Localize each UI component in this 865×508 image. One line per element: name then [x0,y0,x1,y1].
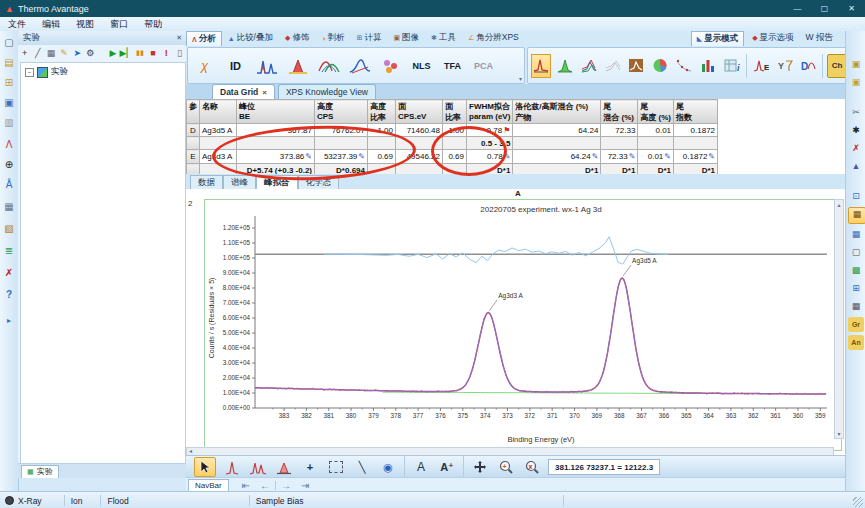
run-icon[interactable]: ▶ [106,48,119,58]
add-peak-tool[interactable] [222,458,242,476]
tab-xps-knowledge-view[interactable]: XPS Knowledge View [278,84,376,99]
minimize-button[interactable]: — [784,0,811,17]
pca-tool[interactable]: PCA [470,52,497,80]
add-window-icon[interactable]: ⊞ [848,281,864,296]
pin-icon[interactable]: ⚑ [503,126,510,135]
nav-next-icon[interactable]: → [276,480,296,491]
navbar-tab[interactable]: NavBar [188,479,229,492]
tab-close-icon[interactable]: × [262,88,267,97]
lock-view-icon[interactable]: ▣ [848,75,864,90]
tfa-tool[interactable]: TFA [439,52,466,80]
display-peak-energy-icon[interactable]: E [751,54,771,78]
menu-window[interactable]: 窗口 [102,18,136,31]
display-filled-spectrum-icon[interactable] [555,54,575,78]
add-doublet-tool[interactable] [248,458,268,476]
tab-analysis[interactable]: Λ 分析 [186,31,222,46]
delete-icon[interactable]: ✗ [848,141,864,156]
pan-tool[interactable] [470,458,490,476]
add-item-icon[interactable]: + [18,48,31,58]
export-view-icon[interactable]: ⊡ [848,189,864,204]
menu-help[interactable]: 帮助 [136,18,170,31]
zoom-reset-tool[interactable]: x [522,458,542,476]
save-view-icon[interactable]: ▣ [848,57,864,72]
zoom-in-tool[interactable]: + [496,458,516,476]
maximize-button[interactable]: ▢ [811,0,838,17]
edit-link-icon[interactable]: ✎ [504,152,511,161]
settings-gear-icon[interactable]: ⚙ [84,48,97,58]
tab-modify[interactable]: ◆ 修饰 [279,30,315,46]
cluster-tool-icon[interactable] [377,52,404,80]
annotations-icon[interactable]: An [848,335,864,350]
pause-icon[interactable]: ▮▮ [133,49,146,57]
new-experiment-icon[interactable]: ▢ [0,35,18,51]
tab-data-grid[interactable]: Data Grid × [212,84,275,99]
edit-pencil-icon[interactable]: ✎ [57,48,70,58]
table-row-e[interactable]: E Ag3d3 A 373.86✎ 53237.39✎ 0.69 49546.2… [187,150,718,164]
table-view-icon[interactable]: ▦ [848,227,864,242]
add-region-tool[interactable] [274,458,294,476]
collapse-panel-arrow-icon[interactable]: ▸ [0,313,18,329]
nls-fit-tool[interactable]: NLS [408,52,435,80]
tab-report[interactable]: W 报告 [800,30,839,46]
overlay-curves-tool-icon[interactable] [315,52,342,80]
tab-compare-overlay[interactable]: ▲ 比较/叠加 [222,30,279,46]
add-peak-tool-icon[interactable] [284,52,311,80]
edit-link-icon[interactable]: ✎ [708,152,715,161]
peak-id-tool[interactable]: ID [222,52,249,80]
menu-edit[interactable]: 编辑 [34,18,68,31]
select-region-tool[interactable] [326,458,346,476]
edit-link-icon[interactable]: ✎ [592,152,599,161]
title-bar[interactable]: ▲ Thermo Avantage — ▢ ✕ [0,0,865,17]
survey-id-tool-icon[interactable]: χ [191,52,218,80]
draw-line-tool[interactable]: ╲ [352,458,372,476]
reject-icon[interactable]: ✗ [0,265,18,281]
stop-icon[interactable]: ■ [147,48,160,58]
close-button[interactable]: ✕ [838,0,865,17]
window-view-icon[interactable]: ▢ [848,245,864,260]
experiment-tree-root[interactable]: − 实验 [25,66,185,78]
select-cursor-tool[interactable] [194,457,216,477]
text-size-tool[interactable]: A⁺ [437,458,457,476]
tile-windows-icon[interactable]: ▦ [848,299,864,314]
cut-icon[interactable]: ✂ [848,105,864,120]
peak-parameters-table[interactable]: 参 名称 峰位BE 高度CPS 高度比率 面CPS.eV 面比率 FWHM拟合p… [186,99,718,177]
display-table-info-icon[interactable]: i [722,54,742,78]
tree-collapse-icon[interactable]: − [25,68,34,77]
instrument-icon[interactable]: ⊕ [0,157,18,173]
background-tool-icon[interactable] [346,52,373,80]
green-display-view-icon[interactable]: ▩ [848,263,864,278]
scroll-down-icon[interactable]: ▾ [835,430,843,437]
spectrum-plot[interactable]: 20220705 experiment. wx-1 Ag 3dCounts / … [205,200,839,448]
print-icon[interactable]: ▥ [0,115,18,131]
edit-link-icon[interactable]: ✎ [664,152,671,161]
panel-close-icon[interactable]: ✕ [176,34,186,42]
text-annotation-tool[interactable]: A [411,458,431,476]
menu-file[interactable]: 文件 [0,18,34,31]
resize-grip[interactable] [853,497,863,507]
run-to-end-icon[interactable]: ▶▏ [120,48,134,58]
processing-tree-icon[interactable]: ≣ [0,243,18,259]
tab-chemical-state[interactable]: 化学态 [298,175,340,189]
tab-display-mode[interactable]: ◣ 显示模式 [691,31,744,46]
experiment-bottom-tab[interactable]: ▦ 实验 [21,465,59,478]
tab-tools[interactable]: ✱ 工具 [425,30,462,46]
data-grid-view-icon[interactable]: ▦ [848,207,865,224]
tab-data[interactable]: 数据 [190,175,223,189]
display-stacked-spectra-icon[interactable] [603,54,623,78]
scroll-up-icon[interactable]: ▴ [835,201,843,208]
scroll-left-icon[interactable]: ◂ [187,448,192,454]
nav-first-icon[interactable]: ⇤ [237,480,255,491]
display-3d-view-icon[interactable] [627,54,647,78]
tab-profile[interactable]: ◑ 剥析 [315,30,350,46]
periodic-table-icon[interactable]: ▦ [0,199,18,215]
peak-home-icon[interactable]: ▲ [848,159,864,174]
queue-icon[interactable]: ▯ [173,48,186,58]
table-row-d-constraint[interactable]: 0.5 - 3.5 [187,137,718,150]
save-icon[interactable]: ▣ [0,95,18,111]
draw-line-icon[interactable]: ╱ [31,48,44,58]
tab-arxps[interactable]: ∠ 角分辨XPS [462,30,525,46]
display-pie-chart-icon[interactable] [650,54,670,78]
peak-fit-icon[interactable]: Λ [0,137,18,153]
edit-link-icon[interactable]: ✎ [305,152,312,161]
tab-display-options[interactable]: ◆ 显示选项 [746,30,799,46]
